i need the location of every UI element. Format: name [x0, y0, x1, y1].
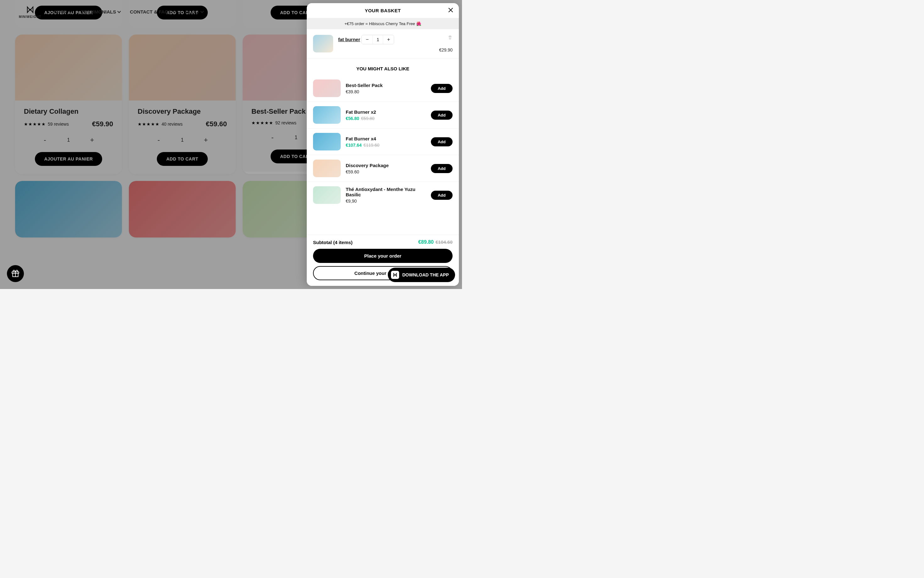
basket-drawer: YOUR BASKET +€75 order = Hibiscus Cherry…	[307, 3, 459, 286]
cart-item: fat burner − 1 + €29.90	[307, 29, 459, 58]
download-app-label: DOWNLOAD THE APP	[402, 272, 449, 278]
app-badge-icon	[391, 271, 399, 279]
place-order-button[interactable]: Place your order	[313, 249, 452, 263]
upsell-image[interactable]	[313, 80, 341, 97]
upsell-item: Thé Antioxydant - Menthe Yuzu Basilic €9…	[307, 182, 459, 208]
cart-quantity-stepper: − 1 +	[361, 35, 394, 44]
upsell-name: Fat Burner x2	[346, 109, 426, 115]
upsell-add-button[interactable]: Add	[431, 191, 452, 200]
upsell-image[interactable]	[313, 159, 341, 177]
close-icon	[447, 7, 454, 13]
cart-item-name[interactable]: fat burner	[338, 37, 360, 42]
download-app-button[interactable]: DOWNLOAD THE APP	[388, 268, 455, 282]
upsell-title: YOU MIGHT ALSO LIKE	[307, 58, 459, 75]
drawer-scroll[interactable]: fat burner − 1 + €29.90 YOU MIGHT ALSO L…	[307, 29, 459, 235]
subtotal-label: Subtotal (4 items)	[313, 240, 353, 245]
upsell-item: Fat Burner x4 €107.64€119.60 Add	[307, 128, 459, 155]
gift-icon	[11, 270, 20, 278]
upsell-item: Best-Seller Pack €39.80 Add	[307, 75, 459, 102]
subtotal-value: €89.80€104.60	[418, 239, 452, 245]
remove-item-button[interactable]	[447, 35, 452, 41]
upsell-name: Fat Burner x4	[346, 136, 426, 141]
qty-plus-button[interactable]: +	[383, 35, 394, 44]
cart-item-price: €29.90	[439, 47, 452, 52]
trash-icon	[447, 35, 452, 40]
upsell-price: €9,90	[346, 198, 426, 203]
promo-banner: +€75 order = Hibiscus Cherry Tea Free 🌺	[307, 18, 459, 29]
upsell-price: €56.80€59.80	[346, 116, 426, 121]
upsell-add-button[interactable]: Add	[431, 164, 452, 173]
upsell-price: €39.80	[346, 89, 426, 94]
upsell-add-button[interactable]: Add	[431, 84, 452, 93]
drawer-title: YOUR BASKET	[365, 8, 401, 13]
qty-minus-button[interactable]: −	[362, 35, 373, 44]
upsell-image[interactable]	[313, 186, 341, 204]
rewards-fab[interactable]	[7, 265, 24, 282]
upsell-name: Thé Antioxydant - Menthe Yuzu Basilic	[346, 187, 426, 197]
upsell-name: Discovery Package	[346, 163, 426, 168]
upsell-image[interactable]	[313, 133, 341, 151]
close-button[interactable]	[447, 7, 454, 15]
upsell-item: Fat Burner x2 €56.80€59.80 Add	[307, 102, 459, 128]
upsell-name: Best-Seller Pack	[346, 83, 426, 88]
upsell-image[interactable]	[313, 106, 341, 124]
drawer-header: YOUR BASKET	[307, 3, 459, 18]
upsell-item: Discovery Package €59.60 Add	[307, 155, 459, 182]
upsell-price: €59.60	[346, 169, 426, 174]
upsell-add-button[interactable]: Add	[431, 137, 452, 146]
qty-value: 1	[373, 35, 383, 44]
upsell-price: €107.64€119.60	[346, 143, 426, 148]
cart-item-image[interactable]	[313, 35, 333, 52]
upsell-add-button[interactable]: Add	[431, 110, 452, 120]
